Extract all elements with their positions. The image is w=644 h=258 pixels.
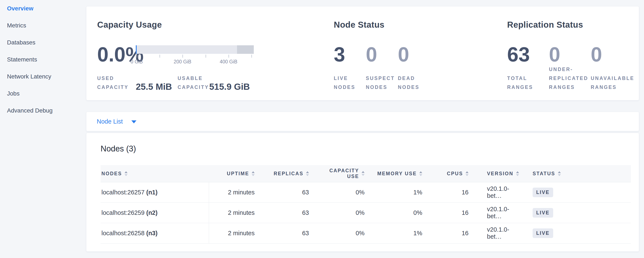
total-ranges-count: 63 [507, 44, 549, 65]
sort-arrows-icon [124, 171, 128, 176]
node-address-cell[interactable]: localhost:26258 (n3) [100, 223, 209, 243]
axis-tick-label: 200 GiB [174, 59, 191, 65]
chevron-down-icon [131, 120, 136, 123]
node-list-dropdown-label: Node List [97, 118, 123, 125]
sidebar-item-databases[interactable]: Databases [0, 34, 86, 51]
capacity-axis-labels: 0 GiB 200 GiB 400 GiB [136, 59, 255, 65]
replicas-cell: 63 [259, 182, 313, 202]
main-content: Capacity Usage 0.0% 0 GiB 200 GiB 400 Gi… [86, 0, 639, 252]
uptime-cell: 2 minutes [209, 223, 259, 243]
sidebar-item-statements[interactable]: Statements [0, 51, 86, 68]
sidebar-item-jobs[interactable]: Jobs [0, 85, 86, 102]
unavailable-ranges-label: UNAVAILABLE RANGES [591, 74, 632, 92]
capacity-use-cell: 0% [313, 223, 369, 243]
total-ranges-label: TOTAL RANGES [507, 74, 549, 92]
live-nodes-label: LIVE NODES [334, 74, 366, 92]
column-header-status[interactable]: STATUS [518, 165, 631, 182]
capacity-axis-ticks [136, 55, 255, 58]
capacity-summary: USED CAPACITY 25.5 MiB USABLE CAPACITY 5… [97, 74, 250, 92]
column-header-cpus[interactable]: CPUS [426, 165, 473, 182]
node-status-title: Node Status [334, 20, 384, 30]
sort-arrows-icon [362, 171, 364, 176]
capacity-bar-chart [136, 45, 254, 54]
sort-arrows-icon [516, 171, 519, 176]
column-header-capacity-use[interactable]: CAPACITY USE [313, 165, 369, 182]
replication-status-title: Replication Status [507, 20, 583, 30]
under-replicated-ranges-count: 0 [549, 44, 591, 65]
replication-labels: TOTAL RANGES UNDER- REPLICATED RANGES UN… [507, 65, 632, 92]
capacity-bar-reserved-segment [237, 45, 254, 54]
status-badge: LIVE [532, 228, 553, 238]
sort-arrows-icon [306, 171, 309, 176]
status-badge: LIVE [532, 188, 553, 197]
cluster-overview-card: Capacity Usage 0.0% 0 GiB 200 GiB 400 Gi… [86, 6, 639, 100]
node-list-dropdown[interactable]: Node List [86, 112, 639, 131]
nodes-section-title: Nodes (3) [100, 144, 630, 154]
nodes-table-card: Nodes (3) NODES UPTIME REPLICAS CAPACITY… [86, 133, 639, 252]
column-header-replicas[interactable]: REPLICAS [259, 165, 313, 182]
uptime-cell: 2 minutes [209, 182, 259, 202]
usable-capacity-value: 515.9 GiB [209, 82, 250, 92]
node-address-cell[interactable]: localhost:26259 (n2) [100, 202, 209, 223]
capacity-usage-title: Capacity Usage [97, 20, 162, 30]
replication-numbers: 63 0 0 [507, 44, 632, 65]
version-cell: v20.1.0-bet… [473, 202, 518, 223]
under-replicated-ranges-label: UNDER- REPLICATED RANGES [549, 65, 591, 92]
axis-tick-label: 400 GiB [220, 59, 237, 65]
version-cell: v20.1.0-bet… [473, 182, 518, 202]
cpus-cell: 16 [426, 223, 473, 243]
sidebar: Overview Metrics Databases Statements Ne… [0, 0, 86, 119]
version-cell: v20.1.0-bet… [473, 223, 518, 243]
nodes-table: NODES UPTIME REPLICAS CAPACITY USE MEMOR… [100, 165, 631, 243]
dead-nodes-label: DEAD NODES [398, 74, 430, 92]
memory-use-cell: 0% [369, 202, 426, 223]
suspect-nodes-count: 0 [366, 44, 398, 65]
memory-use-cell: 1% [369, 182, 426, 202]
status-badge: LIVE [532, 208, 553, 218]
axis-tick-label: 0 GiB [130, 59, 143, 65]
status-cell: LIVE [518, 182, 631, 202]
status-cell: LIVE [518, 223, 631, 243]
sort-arrows-icon [558, 171, 561, 176]
used-capacity-value: 25.5 MiB [136, 82, 178, 92]
dead-nodes-count: 0 [398, 44, 430, 65]
usable-capacity-label: USABLE CAPACITY [178, 74, 209, 92]
replicas-cell: 63 [259, 202, 313, 223]
status-cell: LIVE [518, 202, 631, 223]
sidebar-item-advanced-debug[interactable]: Advanced Debug [0, 102, 86, 119]
memory-use-cell: 1% [369, 223, 426, 243]
node-status-labels: LIVE NODES SUSPECT NODES DEAD NODES [334, 74, 430, 92]
uptime-cell: 2 minutes [209, 202, 259, 223]
column-header-nodes[interactable]: NODES [100, 165, 209, 182]
column-header-memory-use[interactable]: MEMORY USE [369, 165, 426, 182]
capacity-bar-used-segment [136, 45, 137, 54]
table-row: localhost:26258 (n3) 2 minutes 63 0% 1% … [100, 223, 631, 243]
sort-arrows-icon [252, 171, 255, 176]
sort-arrows-icon [419, 171, 422, 176]
sidebar-item-overview[interactable]: Overview [0, 0, 86, 17]
capacity-use-cell: 0% [313, 182, 369, 202]
used-capacity-label: USED CAPACITY [97, 74, 136, 92]
table-row: localhost:26257 (n1) 2 minutes 63 0% 1% … [100, 182, 631, 202]
sort-arrows-icon [466, 171, 468, 176]
sidebar-item-metrics[interactable]: Metrics [0, 17, 86, 34]
table-header-row: NODES UPTIME REPLICAS CAPACITY USE MEMOR… [100, 165, 631, 182]
node-address-cell[interactable]: localhost:26257 (n1) [100, 182, 209, 202]
sidebar-item-network-latency[interactable]: Network Latency [0, 68, 86, 85]
cpus-cell: 16 [426, 202, 473, 223]
column-header-version[interactable]: VERSION [473, 165, 518, 182]
replicas-cell: 63 [259, 223, 313, 243]
table-row: localhost:26259 (n2) 2 minutes 63 0% 0% … [100, 202, 631, 223]
suspect-nodes-label: SUSPECT NODES [366, 74, 398, 92]
capacity-use-cell: 0% [313, 202, 369, 223]
unavailable-ranges-count: 0 [591, 44, 632, 65]
cpus-cell: 16 [426, 182, 473, 202]
live-nodes-count: 3 [334, 44, 366, 65]
column-header-uptime[interactable]: UPTIME [209, 165, 259, 182]
node-status-numbers: 3 0 0 [334, 44, 430, 65]
